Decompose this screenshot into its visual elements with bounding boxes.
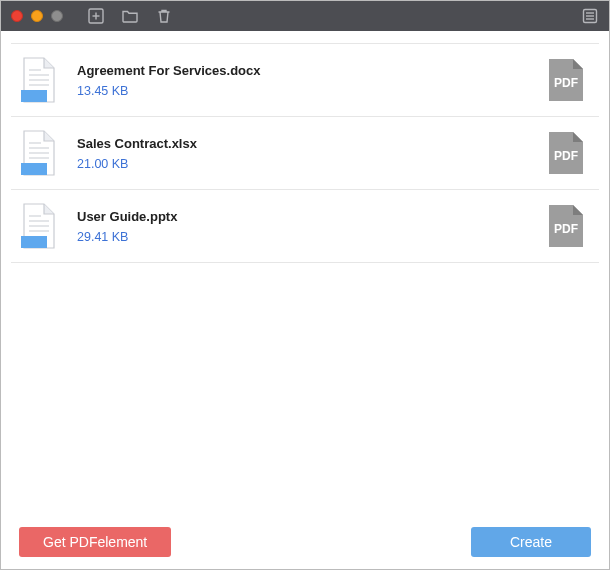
file-size: 13.45 KB — [77, 84, 529, 98]
trash-icon[interactable] — [155, 7, 173, 25]
minimize-window-button[interactable] — [31, 10, 43, 22]
svg-rect-11 — [21, 90, 47, 102]
document-icon — [19, 202, 59, 250]
file-name: Sales Contract.xlsx — [77, 136, 529, 151]
file-list: Agreement For Services.docx13.45 KBPDFSa… — [1, 31, 609, 515]
maximize-window-button[interactable] — [51, 10, 63, 22]
file-size: 21.00 KB — [77, 157, 529, 171]
toolbar — [87, 7, 173, 25]
file-size: 29.41 KB — [77, 230, 529, 244]
footer: Get PDFelement Create — [1, 515, 609, 569]
svg-rect-23 — [21, 236, 47, 248]
titlebar — [1, 1, 609, 31]
file-row[interactable]: Sales Contract.xlsx21.00 KBPDF — [11, 117, 599, 190]
file-name: User Guide.pptx — [77, 209, 529, 224]
svg-text:PDF: PDF — [554, 76, 578, 90]
get-pdfelement-button[interactable]: Get PDFelement — [19, 527, 171, 557]
folder-icon[interactable] — [121, 7, 139, 25]
create-button[interactable]: Create — [471, 527, 591, 557]
svg-rect-17 — [21, 163, 47, 175]
add-file-icon[interactable] — [87, 7, 105, 25]
pdf-output-icon: PDF — [547, 57, 585, 103]
pdf-output-icon: PDF — [547, 203, 585, 249]
document-icon — [19, 129, 59, 177]
file-meta: User Guide.pptx29.41 KB — [77, 209, 529, 244]
close-window-button[interactable] — [11, 10, 23, 22]
document-icon — [19, 56, 59, 104]
file-row[interactable]: Agreement For Services.docx13.45 KBPDF — [11, 43, 599, 117]
svg-text:PDF: PDF — [554, 149, 578, 163]
svg-text:PDF: PDF — [554, 222, 578, 236]
file-name: Agreement For Services.docx — [77, 63, 529, 78]
window: Agreement For Services.docx13.45 KBPDFSa… — [0, 0, 610, 570]
file-meta: Agreement For Services.docx13.45 KB — [77, 63, 529, 98]
traffic-lights — [11, 10, 63, 22]
list-icon[interactable] — [581, 7, 599, 25]
pdf-output-icon: PDF — [547, 130, 585, 176]
file-meta: Sales Contract.xlsx21.00 KB — [77, 136, 529, 171]
file-row[interactable]: User Guide.pptx29.41 KBPDF — [11, 190, 599, 263]
